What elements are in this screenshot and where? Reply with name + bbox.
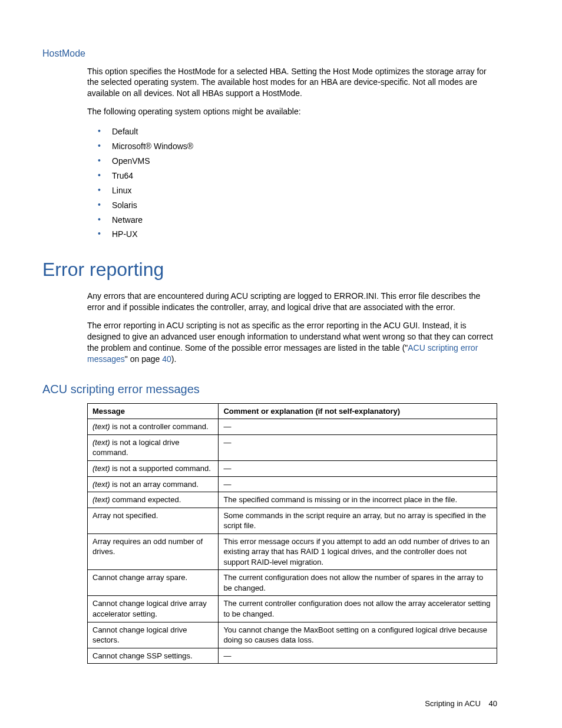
cell-message: Cannot change array spare. (88, 570, 219, 596)
table-row: Cannot change logical drive sectors.You … (88, 622, 497, 648)
cell-comment: — (219, 461, 497, 477)
hostmode-para2: The following operating system options m… (87, 106, 497, 117)
cell-message: (text) is not an array command. (88, 476, 219, 492)
list-item: Default (98, 124, 497, 139)
table-header-row: Message Comment or explanation (if not s… (88, 403, 497, 419)
table-row: Cannot change SSP settings.— (88, 648, 497, 664)
acu-table-heading: ACU scripting error messages (42, 381, 497, 397)
msg-italic-prefix: (text) (92, 464, 110, 473)
cell-message: (text) command expected. (88, 492, 219, 508)
table-row: Array requires an odd number of drives.T… (88, 533, 497, 570)
error-reporting-heading: Error reporting (42, 257, 497, 282)
msg-italic-prefix: (text) (92, 480, 110, 489)
list-item: Microsoft® Windows® (98, 139, 497, 154)
cell-message: (text) is not a controller command. (88, 419, 219, 435)
msg-italic-prefix: (text) (92, 422, 110, 431)
table-row: (text) is not an array command.— (88, 476, 497, 492)
msg-suffix: is not a controller command. (110, 422, 209, 431)
table-row: (text) is not a supported command.— (88, 461, 497, 477)
table-row: Cannot change logical drive array accele… (88, 596, 497, 622)
list-item: Tru64 (98, 169, 497, 183)
list-item: OpenVMS (98, 154, 497, 169)
cell-message: (text) is not a logical drive command. (88, 434, 219, 460)
table-row: (text) is not a logical drive command.— (88, 434, 497, 460)
list-item: Netware (98, 213, 497, 228)
cell-message: Array not specified. (88, 508, 219, 533)
msg-suffix: is not a supported command. (110, 464, 211, 473)
cell-comment: The current controller configuration doe… (219, 596, 497, 622)
th-message: Message (88, 403, 219, 419)
os-list: DefaultMicrosoft® Windows®OpenVMSTru64Li… (98, 124, 497, 242)
cell-comment: The specified command is missing or in t… (219, 492, 497, 508)
msg-italic-prefix: (text) (92, 438, 110, 447)
footer-page-number: 40 (489, 699, 497, 708)
cell-comment: The current configuration does not allow… (219, 570, 497, 596)
table-row: Array not specified.Some commands in the… (88, 508, 497, 533)
cell-message: Array requires an odd number of drives. (88, 533, 219, 570)
footer-section: Scripting in ACU (425, 699, 481, 708)
cell-message: (text) is not a supported command. (88, 461, 219, 477)
msg-italic-prefix: (text) (92, 495, 110, 504)
list-item: Solaris (98, 198, 497, 213)
cell-comment: — (219, 434, 497, 460)
cell-message: Cannot change logical drive sectors. (88, 622, 219, 648)
msg-suffix: is not an array command. (110, 480, 199, 489)
cell-comment: You cannot change the MaxBoot setting on… (219, 622, 497, 648)
hostmode-para1: This option specifies the HostMode for a… (87, 66, 497, 100)
table-body: (text) is not a controller command.—(tex… (88, 419, 497, 664)
th-comment: Comment or explanation (if not self-expl… (219, 403, 497, 419)
page-footer: Scripting in ACU 40 (425, 699, 497, 709)
msg-suffix: command expected. (110, 495, 181, 504)
cell-message: Cannot change logical drive array accele… (88, 596, 219, 622)
link-page-40[interactable]: 40 (162, 354, 171, 364)
er-p2b: " on page (125, 354, 162, 364)
cell-message: Cannot change SSP settings. (88, 648, 219, 664)
cell-comment: — (219, 648, 497, 664)
cell-comment: — (219, 476, 497, 492)
er-p2c: ). (171, 354, 177, 364)
cell-comment: This error message occurs if you attempt… (219, 533, 497, 570)
error-messages-table: Message Comment or explanation (if not s… (87, 403, 497, 664)
error-reporting-para1: Any errors that are encountered during A… (87, 291, 497, 313)
hostmode-heading: HostMode (42, 47, 497, 60)
table-row: Cannot change array spare.The current co… (88, 570, 497, 596)
list-item: HP-UX (98, 227, 497, 242)
table-row: (text) command expected.The specified co… (88, 492, 497, 508)
cell-comment: Some commands in the script require an a… (219, 508, 497, 533)
list-item: Linux (98, 183, 497, 198)
table-row: (text) is not a controller command.— (88, 419, 497, 435)
cell-comment: — (219, 419, 497, 435)
error-reporting-para2: The error reporting in ACU scripting is … (87, 320, 497, 365)
